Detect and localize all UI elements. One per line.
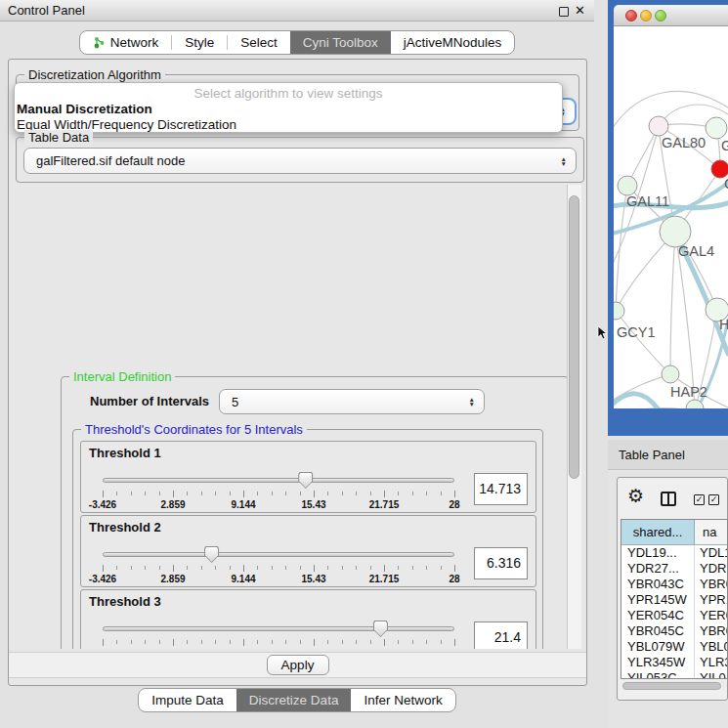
tick-mark bbox=[327, 640, 328, 644]
cell-name: YDR2 bbox=[695, 561, 727, 577]
checkbox-icon[interactable]: ✓ bbox=[708, 494, 719, 505]
column-header-shared-name[interactable]: shared... bbox=[621, 520, 695, 544]
slider-track[interactable] bbox=[103, 626, 454, 631]
tick-label: 21.715 bbox=[369, 648, 400, 649]
slider-handle[interactable] bbox=[298, 472, 313, 489]
bottom-tab-impute-data[interactable]: Impute Data bbox=[139, 689, 236, 711]
checkbox-icon[interactable]: ✓ bbox=[694, 494, 705, 505]
node-gcy1[interactable] bbox=[614, 302, 624, 320]
combo-arrows-icon: ▲▼ bbox=[469, 397, 475, 407]
tick-mark bbox=[356, 492, 357, 495]
slider-ticks bbox=[103, 639, 454, 647]
mac-minimize-button[interactable] bbox=[640, 10, 652, 21]
tick-label: 15.43 bbox=[301, 574, 325, 584]
tick-mark bbox=[356, 566, 357, 570]
threshold-panel-2: Threshold 2-3.4262.8599.14415.4321.71528… bbox=[80, 515, 536, 587]
cell-name: YIL0 bbox=[695, 670, 727, 679]
tick-mark bbox=[285, 566, 286, 570]
table-data-combobox[interactable]: galFiltered.sif default node ▲▼ bbox=[23, 148, 577, 174]
table-horizontal-scrollbar[interactable] bbox=[621, 681, 727, 690]
node-gal80[interactable] bbox=[649, 116, 668, 136]
tick-label: 21.715 bbox=[369, 499, 400, 510]
tick-mark bbox=[412, 640, 413, 644]
tick-label: 2.859 bbox=[160, 574, 185, 584]
tick-mark bbox=[426, 492, 427, 495]
control-panel-title: Control Panel bbox=[8, 3, 85, 18]
dropdown-option-manual-discretization[interactable]: Manual Discretization bbox=[17, 102, 152, 116]
tick-mark bbox=[103, 565, 104, 572]
tab-network[interactable]: Network bbox=[80, 31, 172, 54]
thresholds-stack: Threshold 1-3.4262.8599.14415.4321.71528… bbox=[80, 441, 536, 649]
tick-mark bbox=[230, 566, 231, 570]
float-window-icon[interactable] bbox=[559, 7, 569, 17]
table-row[interactable]: YIL053CYIL0 bbox=[621, 670, 727, 679]
table-row[interactable]: YDR27...YDR2 bbox=[621, 561, 727, 577]
threshold-value-field[interactable]: 14.713 bbox=[474, 473, 528, 505]
tab-jactivemnodules[interactable]: jActiveMNodules bbox=[391, 31, 515, 54]
node-top-right[interactable] bbox=[706, 117, 727, 139]
node-label-gal80: GAL80 bbox=[662, 135, 706, 150]
threshold-value-field[interactable]: 21.4 bbox=[474, 621, 528, 649]
close-icon[interactable]: ✕ bbox=[575, 3, 585, 18]
panel-scrollbar-thumb[interactable] bbox=[569, 195, 579, 479]
column-header-name[interactable]: na bbox=[695, 520, 727, 544]
node-label-gal4: GAL4 bbox=[678, 243, 714, 259]
node-label-partial-right: H bbox=[719, 317, 728, 332]
table-row[interactable]: YDL19...YDL1 bbox=[621, 545, 727, 561]
table-row[interactable]: YBR043CYBR0 bbox=[621, 577, 727, 592]
number-of-intervals-value: 5 bbox=[232, 390, 238, 414]
tick-mark bbox=[356, 640, 357, 644]
cell-name: YBL0 bbox=[695, 639, 727, 655]
table-row[interactable]: YLR345WYLR3 bbox=[621, 655, 727, 670]
cell-shared-name: YPR145W bbox=[621, 592, 695, 608]
threshold-slider-3[interactable]: -3.4262.8599.14415.4321.71528 bbox=[103, 620, 454, 649]
node-gal11[interactable] bbox=[618, 176, 637, 195]
slider-tick-labels: -3.4262.8599.14415.4321.71528 bbox=[103, 574, 454, 585]
tick-mark bbox=[145, 492, 146, 495]
threshold-slider-2[interactable]: -3.4262.8599.14415.4321.71528 bbox=[103, 545, 454, 586]
tick-mark bbox=[412, 492, 413, 495]
tick-mark bbox=[131, 566, 132, 570]
tick-mark bbox=[116, 640, 117, 644]
tick-mark bbox=[384, 639, 385, 646]
split-columns-icon[interactable] bbox=[661, 492, 676, 506]
tick-mark bbox=[300, 566, 301, 570]
tick-label: 9.144 bbox=[231, 574, 255, 584]
number-of-intervals-combobox[interactable]: 5 ▲▼ bbox=[219, 389, 485, 414]
node-label-partial-top: GA bbox=[721, 138, 728, 153]
bottom-tab-discretize-data[interactable]: Discretize Data bbox=[236, 689, 352, 711]
mac-zoom-button[interactable] bbox=[655, 10, 666, 21]
apply-button[interactable]: Apply bbox=[267, 655, 329, 675]
tick-mark bbox=[412, 566, 413, 570]
mac-close-button[interactable] bbox=[625, 10, 637, 21]
cell-shared-name: YBR045C bbox=[621, 623, 695, 639]
threshold-value-field[interactable]: 6.316 bbox=[474, 547, 528, 579]
table-row[interactable]: YBL079WYBL0 bbox=[621, 639, 727, 655]
slider-track[interactable] bbox=[103, 478, 454, 483]
threshold-slider-1[interactable]: -3.4262.8599.14415.4321.71528 bbox=[103, 471, 454, 512]
table-row[interactable]: YPR145WYPR1 bbox=[621, 592, 727, 608]
node-label-gal11: GAL11 bbox=[626, 193, 669, 209]
node-hap2[interactable] bbox=[662, 365, 679, 383]
mouse-cursor bbox=[597, 325, 609, 341]
table-scrollbar-thumb[interactable] bbox=[622, 682, 721, 690]
tick-label: 15.43 bbox=[301, 648, 325, 649]
combo-arrows-icon: ▲▼ bbox=[561, 156, 567, 166]
gear-icon[interactable]: ⚙ bbox=[627, 487, 644, 505]
network-canvas[interactable]: GAL80 GA C GAL11 GAL4 GCY1 H HAP2 bbox=[614, 26, 728, 408]
table-row[interactable]: YER054CYER0 bbox=[621, 608, 727, 623]
tick-mark bbox=[159, 492, 160, 495]
tab-select[interactable]: Select bbox=[228, 31, 290, 54]
tick-mark bbox=[314, 565, 315, 572]
tab-cyni-toolbox[interactable]: Cyni Toolbox bbox=[290, 31, 391, 54]
bottom-tab-infer-network[interactable]: Infer Network bbox=[351, 689, 454, 711]
tick-label: -3.426 bbox=[89, 499, 116, 510]
table-row[interactable]: YBR045CYBR0 bbox=[621, 623, 727, 639]
slider-handle[interactable] bbox=[204, 546, 219, 563]
slider-handle[interactable] bbox=[373, 621, 388, 637]
slider-track[interactable] bbox=[103, 552, 454, 557]
tick-mark bbox=[201, 492, 202, 495]
threshold-label: Threshold 3 bbox=[89, 594, 161, 609]
tab-style[interactable]: Style bbox=[172, 31, 227, 54]
table-panel-title: Table Panel bbox=[619, 448, 685, 462]
